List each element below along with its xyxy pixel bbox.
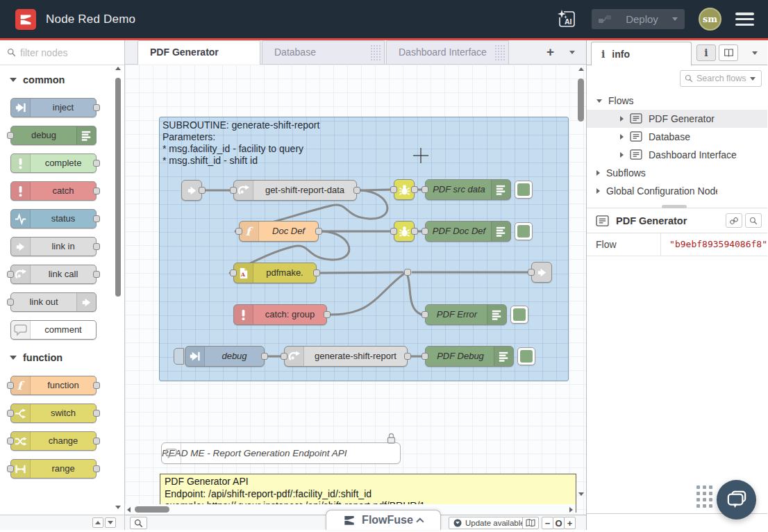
input-port[interactable] bbox=[421, 186, 428, 193]
palette-node-complete[interactable]: complete bbox=[10, 153, 97, 173]
pdfmake-node[interactable]: Apdfmake. bbox=[233, 263, 317, 283]
output-port[interactable] bbox=[353, 187, 360, 194]
deploy-button[interactable]: Deploy bbox=[592, 9, 685, 29]
output-port[interactable] bbox=[313, 269, 320, 276]
tree-item-database[interactable]: Database bbox=[587, 128, 767, 146]
palette-filter[interactable] bbox=[0, 40, 124, 65]
palette-node-debug[interactable]: debug bbox=[10, 126, 97, 145]
palette-category-function[interactable]: function bbox=[0, 348, 124, 367]
output-port[interactable] bbox=[411, 228, 418, 235]
output-port[interactable] bbox=[93, 438, 100, 444]
ai-assistant-button[interactable]: AI bbox=[556, 8, 578, 31]
help-book-button[interactable] bbox=[719, 44, 738, 61]
link-call-get-shift-report[interactable]: get-shift-report-data bbox=[233, 180, 357, 201]
debug-node-pdf-error[interactable]: PDF Error bbox=[425, 304, 507, 325]
input-port[interactable] bbox=[7, 271, 14, 278]
catch-node-group[interactable]: catch: group bbox=[233, 304, 327, 325]
tab-info[interactable]: i info bbox=[591, 42, 692, 66]
link-in-node[interactable] bbox=[181, 180, 202, 201]
palette-node-inject[interactable]: inject bbox=[10, 98, 97, 117]
palette-scrollbar[interactable] bbox=[114, 65, 122, 515]
flowfuse-panel-button[interactable]: FlowFuse bbox=[326, 510, 441, 530]
input-port[interactable] bbox=[235, 228, 242, 235]
palette-node-function[interactable]: ffunction bbox=[10, 376, 97, 395]
link-call-generate-shift-report[interactable]: generate-shift-report bbox=[284, 346, 408, 367]
output-port[interactable] bbox=[324, 311, 331, 318]
deploy-caret-icon[interactable] bbox=[672, 17, 678, 21]
canvas-vscrollbar[interactable] bbox=[576, 65, 586, 504]
debug-toggle-button[interactable] bbox=[515, 222, 533, 240]
debug-node-pdf-debug[interactable]: PDF Debug bbox=[425, 346, 514, 367]
chevron-right-icon[interactable] bbox=[620, 134, 624, 140]
input-port[interactable] bbox=[421, 353, 428, 360]
zoom-reset-button[interactable]: O bbox=[553, 517, 565, 529]
zoom-in-button[interactable]: + bbox=[564, 517, 576, 529]
debug-node-pdf-doc-def[interactable]: PDF Doc Def bbox=[425, 221, 511, 242]
function-node-doc-def[interactable]: fDoc Def bbox=[239, 221, 319, 242]
debug-toggle-button[interactable] bbox=[517, 347, 535, 365]
input-port[interactable] bbox=[421, 228, 428, 235]
canvas-vscrollbar-thumb[interactable] bbox=[578, 78, 584, 122]
flow-tab-database[interactable]: Database bbox=[262, 40, 385, 64]
tree-item-flows[interactable]: Flows bbox=[587, 92, 767, 110]
bug-node-1[interactable] bbox=[394, 179, 415, 200]
palette-node-change[interactable]: change bbox=[10, 431, 97, 451]
input-port[interactable] bbox=[390, 186, 397, 193]
output-port[interactable] bbox=[93, 382, 100, 389]
chevron-right-icon[interactable] bbox=[596, 188, 600, 194]
bug-node-2[interactable] bbox=[394, 221, 415, 242]
input-port[interactable] bbox=[7, 465, 14, 472]
input-port[interactable] bbox=[7, 438, 14, 444]
input-port[interactable] bbox=[7, 299, 14, 306]
input-port[interactable] bbox=[7, 382, 14, 389]
input-port[interactable] bbox=[230, 269, 237, 276]
output-port[interactable] bbox=[93, 104, 100, 111]
debug-toggle-button[interactable] bbox=[515, 181, 533, 199]
chevron-right-icon[interactable] bbox=[620, 152, 624, 158]
scroll-up-icon[interactable] bbox=[115, 67, 121, 70]
scroll-down-icon[interactable] bbox=[578, 492, 584, 496]
output-port[interactable] bbox=[261, 353, 268, 360]
collapse-all-button[interactable] bbox=[92, 517, 103, 528]
main-menu-button[interactable] bbox=[735, 13, 754, 26]
palette-node-link-out[interactable]: link out bbox=[10, 292, 97, 312]
input-port[interactable] bbox=[390, 228, 397, 235]
chevron-down-icon[interactable] bbox=[596, 99, 602, 103]
wire[interactable] bbox=[408, 276, 421, 315]
sidebar-splitter[interactable] bbox=[587, 203, 767, 208]
output-port[interactable] bbox=[93, 160, 100, 167]
tab-list-caret-icon[interactable] bbox=[569, 51, 575, 54]
wire[interactable] bbox=[320, 272, 403, 273]
palette-node-comment[interactable]: comment bbox=[10, 320, 97, 340]
inject-node-debug[interactable]: debug bbox=[185, 346, 265, 367]
canvas-hscrollbar-thumb[interactable] bbox=[135, 506, 169, 513]
inject-button[interactable] bbox=[174, 348, 184, 365]
output-port[interactable] bbox=[411, 186, 418, 193]
user-avatar[interactable]: sm bbox=[699, 8, 721, 31]
palette-node-switch[interactable]: switch bbox=[10, 404, 97, 423]
output-port[interactable] bbox=[315, 228, 322, 235]
palette-node-link-call[interactable]: link call bbox=[10, 265, 97, 284]
canvas-search-button[interactable] bbox=[130, 517, 147, 529]
output-port[interactable] bbox=[93, 215, 100, 222]
comment-node-readme[interactable]: READ ME - Report Generation Endpoint API bbox=[161, 442, 401, 464]
output-port[interactable] bbox=[199, 187, 206, 194]
chat-button[interactable] bbox=[717, 480, 756, 519]
search-flows-box[interactable] bbox=[680, 70, 762, 87]
zoom-out-button[interactable]: − bbox=[542, 517, 553, 529]
tree-item-subflows[interactable]: Subflows bbox=[587, 164, 767, 182]
palette-node-status[interactable]: status bbox=[10, 209, 97, 228]
flow-tab-pdf-generator[interactable]: PDF Generator bbox=[137, 40, 260, 65]
output-port[interactable] bbox=[93, 271, 100, 278]
junction-node[interactable] bbox=[404, 269, 411, 276]
palette-node-link-in[interactable]: link in bbox=[10, 237, 97, 256]
output-port[interactable] bbox=[93, 243, 100, 250]
output-port[interactable] bbox=[93, 188, 100, 194]
input-port[interactable] bbox=[7, 410, 14, 417]
sidebar-menu-caret-icon[interactable] bbox=[752, 51, 758, 55]
scroll-down-icon[interactable] bbox=[115, 506, 121, 509]
input-port[interactable] bbox=[281, 353, 287, 360]
flow-canvas[interactable]: SUBROUTINE: generate-shift-reportParamet… bbox=[125, 65, 586, 515]
expand-all-button[interactable] bbox=[105, 517, 116, 528]
debug-node-pdf-src-data[interactable]: PDF src data bbox=[425, 179, 511, 200]
